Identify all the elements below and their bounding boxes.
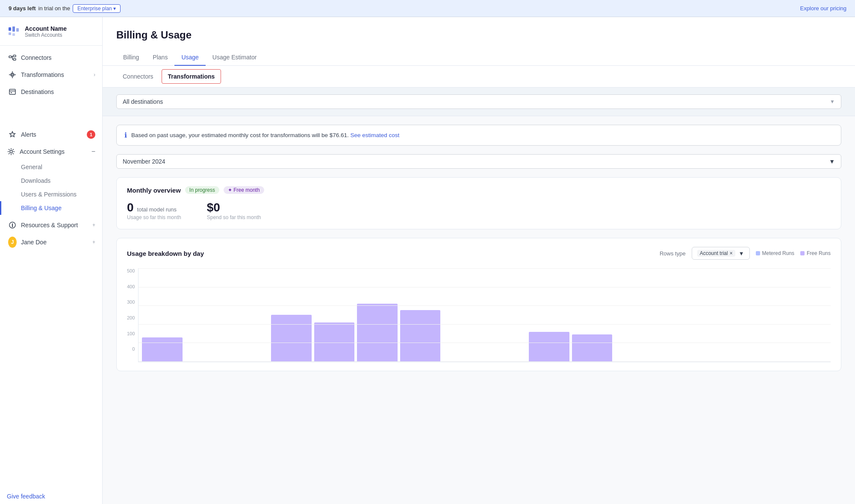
free-month-badge: ✦ Free month [224,186,264,194]
filter-chevron-icon: ▼ [830,99,835,105]
bar-group-4 [314,268,355,362]
metered-dot [756,251,760,255]
bar-group-14 [744,268,784,362]
collapse-icon: − [91,148,95,155]
main-content: Billing & Usage Billing Plans Usage Usag… [103,17,855,504]
destinations-filter-dropdown[interactable]: All destinations ▼ [116,94,841,109]
sidebar: Account Name Switch Accounts Conne [0,17,103,504]
bar-group-7 [443,268,484,362]
switch-accounts-link[interactable]: Switch Accounts [25,32,67,38]
chart-controls: Rows type Account trial × ▼ Metered Runs [660,247,831,260]
subtab-transformations[interactable]: Transformations [162,69,221,84]
svg-rect-17 [9,89,15,94]
resources-plus: + [92,222,95,228]
account-settings-toggle[interactable]: Account Settings − [0,143,102,160]
subnav-users-permissions[interactable]: Users & Permissions [0,188,102,201]
trial-suffix: in trial on the [38,5,70,12]
transformations-chevron: › [94,72,95,78]
bar-free-5 [357,304,398,362]
account-trial-chip: Account trial × [697,250,735,257]
brand-logo [7,25,21,38]
chart-legend: Metered Runs Free Runs [756,250,831,256]
account-section: Account Name Switch Accounts [0,17,102,46]
downloads-label: Downloads [21,177,50,184]
sidebar-item-transformations[interactable]: Transformations › [0,66,102,83]
svg-rect-3 [9,32,11,35]
sidebar-item-resources[interactable]: Resources & Support + [0,217,102,234]
account-settings-subnav: General Downloads Users & Permissions Bi… [0,160,102,217]
rows-type-chevron: ▼ [739,250,744,257]
bar-free-9 [529,332,569,362]
subnav-billing-usage[interactable]: Billing & Usage [0,201,102,215]
month-dropdown[interactable]: November 2024 ▼ [116,154,841,169]
svg-rect-2 [16,28,19,32]
tab-billing[interactable]: Billing [116,50,146,66]
free-dot [800,251,805,255]
tab-usage-estimator[interactable]: Usage Estimator [206,50,263,66]
user-plus: + [92,239,95,245]
svg-rect-0 [9,27,11,31]
enterprise-plan-button[interactable]: Enterprise plan ▾ [73,4,121,13]
subtab-connectors[interactable]: Connectors [116,69,160,84]
chip-close[interactable]: × [730,250,733,256]
top-banner: 9 days left in trial on the Enterprise p… [0,0,855,17]
tab-usage[interactable]: Usage [174,50,205,66]
model-runs-number: 0 [127,201,134,214]
bar-group-9 [529,268,569,362]
connectors-label: Connectors [21,54,52,61]
resources-label: Resources & Support [21,222,78,229]
bars-container [138,268,831,362]
spend-sub: Spend so far this month [207,214,261,220]
sidebar-item-user[interactable]: J Jane Doe + [0,234,102,251]
overview-stats: 0 total model runs Usage so far this mon… [127,201,831,220]
transformations-label: Transformations [21,71,64,78]
bar-group-15 [787,268,828,362]
model-runs-label: total model runs [137,206,177,213]
bar-group-6 [400,268,441,362]
see-estimated-cost-link[interactable]: See estimated cost [351,132,400,138]
bar-group-8 [486,268,527,362]
trial-info: 9 days left in trial on the Enterprise p… [9,4,121,13]
destinations-label: Destinations [21,88,54,95]
bar-free-4 [314,322,355,362]
info-notice-text: Based on past usage, your estimated mont… [131,132,399,138]
user-avatar: J [8,238,17,246]
account-name: Account Name [25,25,67,32]
bar-group-11 [615,268,655,362]
bar-group-0 [142,268,183,362]
transformations-icon [8,70,17,79]
bar-group-2 [228,268,268,362]
svg-rect-7 [13,59,16,60]
metered-label: Metered Runs [762,250,794,256]
tab-plans[interactable]: Plans [146,50,174,66]
account-settings-label: Account Settings [20,148,65,155]
svg-rect-18 [11,92,12,93]
sidebar-item-destinations[interactable]: Destinations [0,83,102,100]
sidebar-item-connectors[interactable]: Connectors [0,49,102,66]
give-feedback-link[interactable]: Give feedback [0,489,102,504]
svg-point-11 [11,73,14,76]
bar-group-5 [357,268,398,362]
explore-pricing-link[interactable]: Explore our pricing [800,5,846,12]
sub-tabs: Connectors Transformations [103,66,855,88]
subnav-downloads[interactable]: Downloads [0,174,102,188]
account-info: Account Name Switch Accounts [25,25,67,38]
info-notice: ℹ Based on past usage, your estimated mo… [116,125,841,146]
svg-rect-5 [9,56,12,58]
svg-rect-1 [12,26,15,32]
subnav-general[interactable]: General [0,160,102,174]
spend-number: $0 [207,201,261,214]
rows-type-dropdown[interactable]: Account trial × ▼ [692,247,750,260]
free-label: Free Runs [807,250,831,256]
sidebar-item-alerts[interactable]: Alerts 1 [0,126,102,143]
overview-title: Monthly overview [127,187,181,194]
main-tabs: Billing Plans Usage Usage Estimator [116,50,841,65]
month-chevron-icon: ▼ [829,158,835,165]
user-name: Jane Doe [21,239,47,246]
overview-header: Monthly overview In progress ✦ Free mont… [127,186,831,194]
bar-free-0 [142,337,183,362]
page-header: Billing & Usage Billing Plans Usage Usag… [103,17,855,66]
bar-free-3 [271,315,312,362]
chart-card: Usage breakdown by day Rows type Account… [116,238,841,371]
bar-group-12 [658,268,699,362]
